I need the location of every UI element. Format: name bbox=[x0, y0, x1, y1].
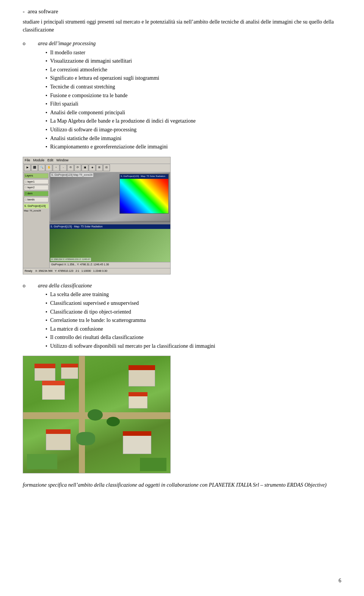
bullet-text: Analisi statistiche delle immagini bbox=[50, 135, 121, 142]
list-item: ▪ Significato e lettura ed operazioni su… bbox=[46, 74, 341, 82]
bullet-text: La Map Algebra delle bande e la produzio… bbox=[50, 117, 196, 125]
gis-statusbar: Ready X: 358234.566 Y: 4785610.123 2:1 1… bbox=[23, 268, 170, 274]
list-item: ▪ Visualizzazione di immagini satellitar… bbox=[46, 57, 341, 65]
bullet-icon: ▪ bbox=[46, 66, 47, 73]
bullet-text: Ricampionamento e georeferenziazione del… bbox=[50, 143, 168, 151]
section-image-processing-title: area dell’image processing bbox=[38, 40, 96, 47]
bullet-icon: ▪ bbox=[46, 334, 47, 341]
gis-map-view: S. GisProject[123] Map T5_zone28 S. GisP… bbox=[50, 172, 170, 268]
list-item: ▪ Analisi delle componenti principali bbox=[46, 109, 341, 117]
bullet-icon: ▪ bbox=[46, 49, 47, 56]
bullet-icon: ▪ bbox=[46, 101, 47, 107]
bullet-text: Fusione e composizione tra le bande bbox=[50, 92, 127, 99]
bullet-text: La matrice di confusione bbox=[50, 325, 103, 333]
bullet-text: Tecniche di contrast stretching bbox=[50, 83, 115, 91]
bullet-text: Correlazione tra le bande: lo scatterogr… bbox=[50, 317, 146, 324]
bullet-text: La scelta delle aree training bbox=[50, 291, 109, 298]
bullet-icon: ▪ bbox=[46, 291, 47, 298]
bullet-icon: ▪ bbox=[46, 326, 47, 332]
list-item: ▪ Correlazione tra le bande: lo scattero… bbox=[46, 317, 341, 324]
list-item: ▪ Ricampionamento e georeferenziazione d… bbox=[46, 143, 341, 151]
list-item: ▪ Utilizzo di software di image-processi… bbox=[46, 126, 341, 134]
list-item: ▪ Tecniche di contrast stretching bbox=[46, 83, 341, 91]
list-item: ▪ Il controllo dei risultati della class… bbox=[46, 334, 341, 341]
bullet-icon: ▪ bbox=[46, 58, 47, 64]
aerial-photo bbox=[23, 356, 171, 473]
bullet-text: Il controllo dei risultati della classif… bbox=[50, 334, 143, 341]
bullet-text: Filtri spaziali bbox=[50, 100, 78, 108]
dash-symbol: - bbox=[23, 8, 25, 16]
page-title: area software bbox=[28, 8, 58, 16]
list-item: ▪ Classificazione di tipo object-oriente… bbox=[46, 308, 341, 316]
bullet-icon: ▪ bbox=[46, 343, 47, 349]
list-item: ▪ Classificazioni supervised e unsupervi… bbox=[46, 300, 341, 307]
bullet-icon: ▪ bbox=[46, 126, 47, 133]
bullet-text: Classificazione di tipo object-oriented bbox=[50, 308, 131, 316]
intro-paragraph: studiare i principali strumenti oggi pre… bbox=[23, 18, 341, 34]
bullet-text: Utilizzo di software di image-processing bbox=[50, 126, 136, 134]
bullet-icon: ▪ bbox=[46, 143, 47, 150]
o-marker-2: o bbox=[23, 282, 38, 290]
bullet-icon: ▪ bbox=[46, 309, 47, 315]
footer-text: formazione specifica nell’ambito della c… bbox=[23, 481, 341, 489]
o-marker-1: o bbox=[23, 40, 38, 47]
list-item: ▪ La Map Algebra delle bande e la produz… bbox=[46, 117, 341, 125]
gis-screenshot-container: FileModuleEditWindow ▶ ⬛ 🔍 ✋ + - ⟲ ⟳ ▣ ◈… bbox=[23, 157, 341, 274]
list-item: ▪ La matrice di confusione bbox=[46, 325, 341, 333]
bullet-text: Visualizzazione di immagini satellitari bbox=[50, 57, 132, 65]
bullet-icon: ▪ bbox=[46, 84, 47, 90]
list-item: ▪ Fusione e composizione tra le bande bbox=[46, 92, 341, 99]
bullet-text: Utilizzo di software disponibili sul mer… bbox=[50, 342, 215, 350]
section-classificazione-header: o area della classificazione bbox=[23, 282, 341, 290]
gis-menubar: FileModuleEditWindow bbox=[23, 157, 170, 164]
bullet-text: Il modello raster bbox=[50, 49, 85, 57]
bullet-icon: ▪ bbox=[46, 317, 47, 323]
list-item: ▪ Le correzioni atmosferiche bbox=[46, 66, 341, 74]
bullet-icon: ▪ bbox=[46, 75, 47, 81]
list-item: ▪ Il modello raster bbox=[46, 49, 341, 57]
bullet-icon: ▪ bbox=[46, 300, 47, 306]
list-item: ▪ La scelta delle aree training bbox=[46, 291, 341, 298]
bullet-icon: ▪ bbox=[46, 135, 47, 142]
image-processing-bullet-list: ▪ Il modello raster ▪ Visualizzazione di… bbox=[46, 49, 341, 151]
section-image-processing-header: o area dell’image processing bbox=[23, 40, 341, 47]
bullet-text: Le correzioni atmosferiche bbox=[50, 66, 107, 74]
aerial-photo-container bbox=[23, 356, 341, 473]
bullet-icon: ▪ bbox=[46, 118, 47, 124]
page-header: - area software bbox=[23, 8, 341, 16]
gis-toolbar: ▶ ⬛ 🔍 ✋ + - ⟲ ⟳ ▣ ◈ ⊞ ⊟ bbox=[23, 164, 170, 172]
list-item: ▪ Analisi statistiche delle immagini bbox=[46, 135, 341, 142]
bullet-text: Classificazioni supervised e unsupervise… bbox=[50, 300, 139, 307]
bullet-icon: ▪ bbox=[46, 109, 47, 116]
list-item: ▪ Filtri spaziali bbox=[46, 100, 341, 108]
list-item: ▪ Utilizzo di software disponibili sul m… bbox=[46, 342, 341, 350]
bullet-text: Significato e lettura ed operazioni sugl… bbox=[50, 74, 159, 82]
classificazione-bullet-list: ▪ La scelta delle aree training ▪ Classi… bbox=[46, 291, 341, 350]
gis-screenshot: FileModuleEditWindow ▶ ⬛ 🔍 ✋ + - ⟲ ⟳ ▣ ◈… bbox=[23, 157, 171, 274]
bullet-text: Analisi delle componenti principali bbox=[50, 109, 125, 117]
gis-layers-panel: Layers □ layer1 □ layer2 □ dem □ bands S… bbox=[23, 172, 50, 268]
section-classificazione-title: area della classificazione bbox=[38, 282, 92, 290]
bullet-icon: ▪ bbox=[46, 92, 47, 99]
